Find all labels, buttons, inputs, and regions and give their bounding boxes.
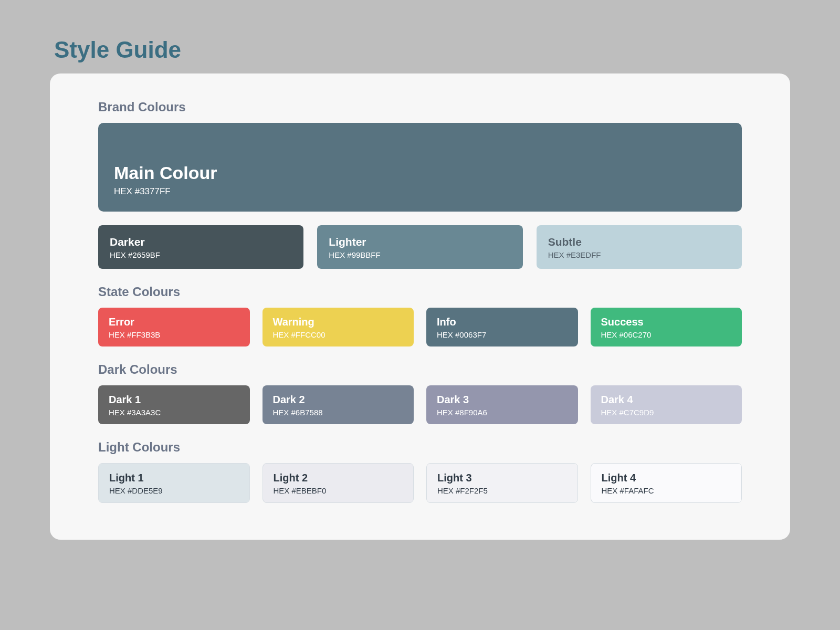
state-row: ErrorHEX #FF3B3BWarningHEX #FFCC00InfoHE…: [98, 308, 742, 346]
swatch-main: Main Colour HEX #3377FF: [98, 123, 742, 212]
swatch-dark-2: Dark 2HEX #6B7588: [262, 385, 414, 424]
swatch-name: Light 1: [109, 472, 239, 484]
swatch-name: Lighter: [329, 236, 511, 248]
swatch-hex: HEX #3A3A3C: [109, 408, 239, 417]
swatch-name: Subtle: [548, 236, 730, 248]
swatch-main-hex: HEX #3377FF: [114, 186, 726, 197]
swatch-name: Dark 3: [437, 394, 568, 406]
swatch-warning: WarningHEX #FFCC00: [262, 308, 414, 346]
swatch-info: InfoHEX #0063F7: [426, 308, 578, 346]
section-title-light: Light Colours: [98, 440, 742, 455]
swatch-name: Light 3: [437, 472, 567, 484]
swatch-hex: HEX #8F90A6: [437, 408, 568, 417]
swatch-hex: HEX #DDE5E9: [109, 486, 239, 495]
section-title-dark: Dark Colours: [98, 362, 742, 377]
swatch-name: Warning: [273, 316, 404, 328]
swatch-name: Dark 2: [273, 394, 404, 406]
swatch-darker: DarkerHEX #2659BF: [98, 225, 303, 269]
swatch-light-1: Light 1HEX #DDE5E9: [98, 463, 250, 503]
swatch-hex: HEX #FAFAFC: [602, 486, 731, 495]
swatch-main-name: Main Colour: [114, 163, 726, 183]
swatch-light-4: Light 4HEX #FAFAFC: [591, 463, 742, 503]
swatch-hex: HEX #FF3B3B: [109, 330, 239, 339]
section-title-brand: Brand Colours: [98, 100, 742, 114]
swatch-name: Light 4: [602, 472, 731, 484]
swatch-hex: HEX #EBEBF0: [274, 486, 403, 495]
swatch-hex: HEX #C7C9D9: [601, 408, 732, 417]
section-title-state: State Colours: [98, 285, 742, 299]
swatch-hex: HEX #2659BF: [110, 250, 292, 259]
swatch-light-3: Light 3HEX #F2F2F5: [426, 463, 578, 503]
swatch-subtle: SubtleHEX #E3EDFF: [537, 225, 742, 269]
swatch-error: ErrorHEX #FF3B3B: [98, 308, 250, 346]
dark-row: Dark 1HEX #3A3A3CDark 2HEX #6B7588Dark 3…: [98, 385, 742, 424]
swatch-dark-1: Dark 1HEX #3A3A3C: [98, 385, 250, 424]
page-title: Style Guide: [54, 37, 790, 63]
swatch-name: Error: [109, 316, 239, 328]
swatch-hex: HEX #F2F2F5: [437, 486, 567, 495]
swatch-hex: HEX #06C270: [601, 330, 732, 339]
swatch-hex: HEX #99BBFF: [329, 250, 511, 259]
swatch-hex: HEX #E3EDFF: [548, 250, 730, 259]
brand-variants-row: DarkerHEX #2659BFLighterHEX #99BBFFSubtl…: [98, 225, 742, 269]
swatch-name: Success: [601, 316, 732, 328]
swatch-light-2: Light 2HEX #EBEBF0: [262, 463, 414, 503]
swatch-name: Light 2: [274, 472, 403, 484]
swatch-success: SuccessHEX #06C270: [591, 308, 742, 346]
swatch-lighter: LighterHEX #99BBFF: [317, 225, 522, 269]
swatch-name: Dark 1: [109, 394, 239, 406]
swatch-dark-4: Dark 4HEX #C7C9D9: [591, 385, 742, 424]
swatch-hex: HEX #6B7588: [273, 408, 404, 417]
light-row: Light 1HEX #DDE5E9Light 2HEX #EBEBF0Ligh…: [98, 463, 742, 503]
swatch-name: Info: [437, 316, 568, 328]
swatch-hex: HEX #0063F7: [437, 330, 568, 339]
swatch-hex: HEX #FFCC00: [273, 330, 404, 339]
swatch-name: Darker: [110, 236, 292, 248]
style-guide-card: Brand Colours Main Colour HEX #3377FF Da…: [50, 74, 790, 540]
swatch-name: Dark 4: [601, 394, 732, 406]
swatch-dark-3: Dark 3HEX #8F90A6: [426, 385, 578, 424]
